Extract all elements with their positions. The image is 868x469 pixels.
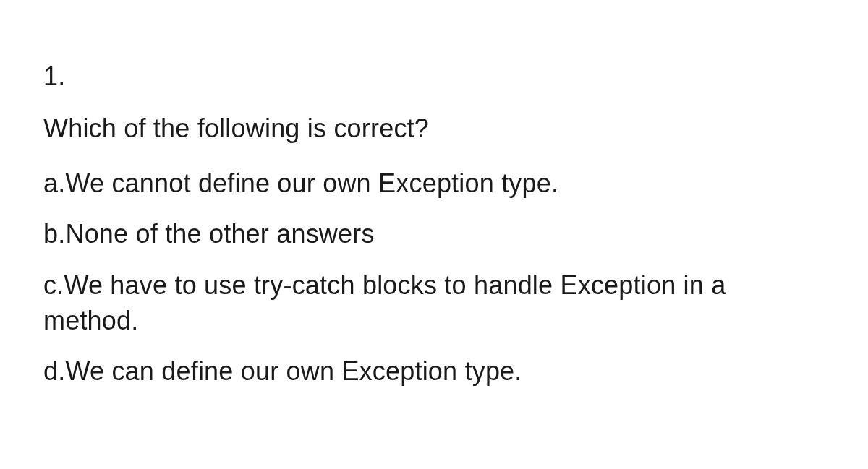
option-text: We have to use try-catch blocks to handl… bbox=[43, 270, 726, 335]
question-number: 1. bbox=[43, 61, 825, 92]
option-a: a.We cannot define our own Exception typ… bbox=[43, 166, 825, 202]
option-text: We can define our own Exception type. bbox=[65, 356, 522, 386]
option-d: d.We can define our own Exception type. bbox=[43, 354, 825, 390]
option-c: c.We have to use try-catch blocks to han… bbox=[43, 268, 825, 338]
option-label: c. bbox=[43, 270, 64, 300]
option-label: a. bbox=[43, 168, 65, 198]
option-b: b.None of the other answers bbox=[43, 217, 825, 252]
option-label: d. bbox=[43, 356, 65, 386]
question-text: Which of the following is correct? bbox=[43, 112, 825, 146]
option-text: None of the other answers bbox=[65, 219, 374, 249]
option-label: b. bbox=[43, 219, 65, 249]
option-text: We cannot define our own Exception type. bbox=[65, 168, 558, 198]
